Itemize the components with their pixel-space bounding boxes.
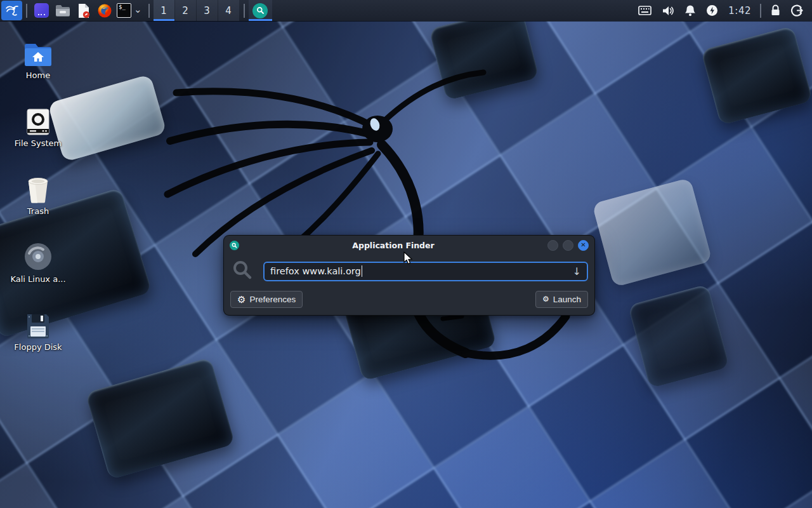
keyboard-icon[interactable] bbox=[633, 0, 657, 21]
floppy-icon bbox=[25, 309, 51, 339]
kali-dragon-logo bbox=[159, 64, 577, 362]
volume-icon[interactable] bbox=[657, 0, 679, 21]
minimize-button[interactable] bbox=[547, 240, 558, 251]
terminal-icon: $_ bbox=[117, 3, 131, 18]
workspace-number: 3 bbox=[204, 5, 210, 17]
workspace-3[interactable]: 3 bbox=[197, 0, 218, 21]
trash-icon bbox=[25, 173, 51, 203]
desktop-icon-label: Kali Linux a... bbox=[10, 274, 65, 284]
lock-screen-icon[interactable] bbox=[765, 0, 786, 21]
mouse-cursor bbox=[403, 251, 413, 265]
launch-button[interactable]: ⚙ Launch bbox=[535, 291, 588, 308]
desktop-icon-label: Trash bbox=[27, 206, 49, 216]
desktop-icon-label: Floppy Disk bbox=[14, 342, 62, 352]
launcher-terminal[interactable]: $_ bbox=[115, 0, 133, 21]
workspace-number: 1 bbox=[160, 5, 167, 17]
notifications-bell-icon[interactable] bbox=[679, 0, 701, 21]
close-icon: ✕ bbox=[580, 242, 586, 248]
kali-disc-icon bbox=[23, 241, 53, 271]
workspace-2[interactable]: 2 bbox=[175, 0, 196, 21]
power-manager-icon[interactable] bbox=[701, 0, 723, 21]
clock[interactable]: 1:42 bbox=[723, 5, 756, 17]
maximize-button[interactable] bbox=[563, 240, 573, 251]
drive-icon bbox=[26, 105, 50, 135]
launcher-chevron-down-icon[interactable]: ⌄ bbox=[133, 0, 145, 21]
document-edit-icon bbox=[77, 3, 91, 18]
log-out-icon[interactable] bbox=[786, 0, 808, 21]
folder-icon bbox=[55, 4, 70, 17]
preferences-label: Preferences bbox=[249, 295, 296, 304]
gear-icon: ⚙ bbox=[237, 295, 246, 304]
search-input[interactable]: firefox www.kali.org ↓ bbox=[263, 262, 588, 281]
panel-separator bbox=[760, 4, 761, 18]
applications-menu-button[interactable] bbox=[1, 1, 22, 20]
workspace-1[interactable]: 1 bbox=[154, 0, 174, 21]
workspace-number: 2 bbox=[182, 5, 188, 17]
panel-separator bbox=[244, 4, 245, 18]
launcher-dashboard[interactable] bbox=[31, 0, 52, 21]
desktop-icon-trash[interactable]: Trash bbox=[4, 169, 72, 237]
window-icon bbox=[230, 241, 239, 250]
desktop-icon-label: Home bbox=[26, 70, 50, 80]
desktop-icon-list: Home File System Trash bbox=[4, 33, 72, 373]
desktop-icon-label: File System bbox=[15, 138, 62, 148]
panel-separator bbox=[148, 4, 150, 18]
taskbar-application-finder[interactable] bbox=[249, 0, 272, 21]
system-tray: 1:42 bbox=[633, 0, 812, 21]
top-panel: $_ ⌄ 1 2 3 4 bbox=[0, 0, 812, 21]
launcher-firefox[interactable] bbox=[94, 0, 115, 21]
desktop-icon-kali-installer[interactable]: Kali Linux a... bbox=[4, 237, 72, 305]
launcher-text-editor[interactable] bbox=[73, 0, 94, 21]
firefox-icon bbox=[97, 3, 112, 18]
launch-gear-icon: ⚙ bbox=[542, 295, 549, 303]
purple-app-icon bbox=[34, 3, 49, 18]
panel-separator bbox=[26, 4, 27, 18]
app-finder-icon bbox=[252, 3, 268, 18]
home-folder-icon bbox=[23, 37, 53, 67]
button-row: ⚙ Preferences ⚙ Launch bbox=[224, 283, 594, 308]
chevron-glyph: ⌄ bbox=[134, 4, 142, 15]
window-controls: ✕ bbox=[547, 240, 589, 251]
application-finder-window: Application Finder ✕ firefox www.kali.or… bbox=[223, 235, 595, 316]
dropdown-arrow-icon[interactable]: ↓ bbox=[573, 265, 581, 277]
launcher-file-manager[interactable] bbox=[52, 0, 73, 21]
close-button[interactable]: ✕ bbox=[578, 240, 589, 251]
desktop-icon-floppy[interactable]: Floppy Disk bbox=[4, 305, 72, 373]
desktop-icon-filesystem[interactable]: File System bbox=[4, 101, 72, 169]
workspace-number: 4 bbox=[225, 5, 232, 17]
window-title: Application Finder bbox=[239, 241, 547, 250]
search-icon bbox=[232, 260, 254, 283]
terminal-prompt-glyph: $_ bbox=[119, 4, 126, 10]
search-query-text: firefox www.kali.org bbox=[270, 266, 361, 276]
text-caret bbox=[362, 265, 362, 277]
launch-label: Launch bbox=[553, 295, 581, 304]
preferences-button[interactable]: ⚙ Preferences bbox=[230, 291, 303, 308]
kali-dragon-icon bbox=[4, 3, 20, 18]
workspace-switcher: 1 2 3 4 bbox=[154, 0, 240, 21]
desktop-icon-home[interactable]: Home bbox=[4, 33, 72, 101]
workspace-4[interactable]: 4 bbox=[218, 0, 239, 21]
